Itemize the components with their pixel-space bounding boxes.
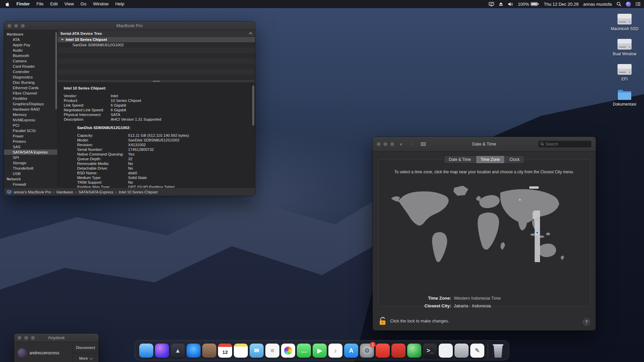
menu-item[interactable]: Window	[90, 1, 112, 6]
sidebar-item[interactable]: SATA/SATA Express	[4, 149, 57, 155]
device-tree-row[interactable]: Intel 10 Series Chipset	[58, 37, 255, 42]
sidebar-item[interactable]: Camera	[4, 58, 57, 64]
eject-icon[interactable]	[499, 2, 503, 6]
sidebar-item[interactable]: Memory	[4, 112, 57, 117]
siri-icon[interactable]	[626, 2, 631, 7]
dock-app-finder[interactable]	[139, 344, 153, 358]
sidebar-item[interactable]: FireWire	[4, 96, 57, 101]
sysinfo-titlebar[interactable]: MacBook Pro	[4, 21, 255, 30]
sidebar-item[interactable]: Storage	[4, 160, 57, 166]
current-user[interactable]: annas mustofa	[583, 2, 612, 7]
zoom-button[interactable]	[31, 336, 35, 340]
close-button[interactable]	[377, 142, 381, 146]
sidebar-item[interactable]: USB	[4, 171, 57, 176]
minimize-button[interactable]	[383, 142, 387, 146]
disclosure-triangle-icon[interactable]	[61, 39, 64, 41]
dock-app-reminders[interactable]: ≡	[265, 344, 279, 358]
forward-button[interactable]: ›	[408, 141, 416, 147]
sidebar-scrollbar[interactable]	[55, 32, 57, 109]
tab-time-zone[interactable]: Time Zone	[476, 156, 505, 163]
dock-app-siri[interactable]	[155, 344, 169, 358]
sidebar-item[interactable]: Fibre Channel	[4, 90, 57, 96]
dock-app-green-sphere-app[interactable]	[407, 344, 421, 358]
datetime-titlebar[interactable]: ‹ › Date & Time	[373, 137, 596, 152]
show-all-grid-icon[interactable]	[419, 141, 428, 147]
dock-app-textedit[interactable]: ✎	[470, 344, 484, 358]
dock-app-terminal[interactable]: >_	[423, 344, 437, 358]
device-tree-row[interactable]	[58, 53, 255, 58]
dock-app-mail[interactable]: ✉	[250, 344, 264, 358]
sidebar-item[interactable]: Thunderbolt	[4, 166, 57, 171]
dock-app-automator[interactable]	[454, 344, 469, 358]
disconnect-button[interactable]: Disconnect	[72, 342, 99, 353]
trash-icon[interactable]	[491, 343, 505, 358]
sidebar-item[interactable]: Firewall	[4, 182, 57, 187]
sidebar-item[interactable]: SAS	[4, 144, 57, 149]
sidebar-item[interactable]: Diagnostics	[4, 74, 57, 80]
dock-app-safari[interactable]	[186, 344, 201, 358]
desktop-icon-dokumentasi[interactable]: Dokumentasi	[608, 87, 641, 107]
menu-item[interactable]: Help	[112, 1, 128, 6]
dock-app-messages[interactable]: …	[297, 344, 311, 358]
device-tree-row[interactable]	[58, 58, 255, 64]
sidebar-item[interactable]: Hardware	[4, 32, 57, 37]
dock-app-launchpad[interactable]: ▲	[171, 344, 185, 358]
close-button[interactable]	[7, 24, 11, 28]
breadcrumb-segment[interactable]: › Hardware	[51, 190, 73, 194]
more-button[interactable]: More	[72, 353, 99, 362]
closest-city-value[interactable]: Jakarta - Indonesia	[454, 303, 491, 308]
sidebar-item[interactable]: Bluetooth	[4, 53, 57, 58]
sidebar-item[interactable]: Disc Burning	[4, 80, 57, 85]
dock-app-facetime[interactable]: ▶	[313, 344, 327, 358]
help-button[interactable]: ?	[583, 318, 590, 326]
dock-app-preview[interactable]	[439, 344, 453, 358]
sidebar-item[interactable]: Parallel SCSI	[4, 128, 57, 133]
minimize-button[interactable]	[24, 336, 28, 340]
breadcrumb-segment[interactable]: › Intel 10 Series Chipset	[113, 190, 158, 194]
zoom-button[interactable]	[390, 142, 394, 146]
close-button[interactable]	[17, 336, 21, 340]
dock-app-system-preferences[interactable]: ⚙ 1	[360, 344, 374, 358]
dock-app-photos[interactable]	[281, 344, 295, 358]
device-tree-row[interactable]	[58, 48, 255, 53]
disclosure-triangle-icon[interactable]	[7, 178, 9, 180]
sidebar-item[interactable]: SPI	[4, 155, 57, 160]
sidebar-item[interactable]: Apple Pay	[4, 42, 57, 48]
sidebar-item[interactable]: Power	[4, 133, 57, 139]
sidebar-item[interactable]: Hardware RAID	[4, 107, 57, 112]
sidebar-item[interactable]: NVMExpress	[4, 117, 57, 123]
dock-app-calendar[interactable]: 12	[218, 344, 232, 358]
spotlight-icon[interactable]	[616, 2, 621, 6]
sidebar-item[interactable]: PCI	[4, 123, 57, 128]
device-tree-row[interactable]	[58, 74, 255, 80]
device-tree-header[interactable]: Serial-ATA Device Tree	[58, 30, 255, 37]
search-field[interactable]	[538, 140, 592, 148]
breadcrumb-segment[interactable]: › SATA/SATA Express	[73, 190, 113, 194]
minimize-button[interactable]	[14, 24, 18, 28]
lock-icon[interactable]	[379, 316, 387, 326]
sidebar-item[interactable]: Ethernet Cards	[4, 85, 57, 90]
anydesk-titlebar[interactable]: Anydesk	[14, 334, 99, 342]
disclosure-triangle-icon[interactable]	[7, 34, 9, 35]
sidebar-item[interactable]: Graphics/Displays	[4, 101, 57, 107]
splitter-handle[interactable]	[58, 80, 255, 83]
menu-clock[interactable]: Thu 12 Dec 20.29	[544, 2, 578, 7]
selected-city-dot[interactable]	[535, 231, 539, 234]
menu-item[interactable]: View	[61, 1, 77, 6]
dock-app-contacts[interactable]	[202, 344, 216, 358]
sidebar-item[interactable]: ATA	[4, 37, 57, 42]
desktop-icon-efi[interactable]: EFI	[608, 62, 641, 81]
dock-app-app-store[interactable]: A	[344, 344, 358, 358]
desktop-icon-buat-window[interactable]: Buat Window	[608, 37, 641, 56]
dock-app-red-app[interactable]	[391, 344, 406, 358]
sidebar-item[interactable]: Printers	[4, 139, 57, 144]
menu-item[interactable]: File	[33, 1, 47, 6]
world-map[interactable]	[388, 180, 580, 278]
device-tree-row[interactable]	[58, 64, 255, 69]
device-tree-row[interactable]: SanDisk SD8SN8U512G1002	[58, 42, 255, 48]
breadcrumb-segment[interactable]: › annas's MacBook Pro	[14, 190, 51, 194]
sidebar-item[interactable]: Audio	[4, 48, 57, 53]
back-button[interactable]: ‹	[397, 141, 405, 147]
sidebar-item[interactable]: Network	[4, 176, 57, 182]
detail-scrollbar[interactable]	[252, 85, 254, 126]
